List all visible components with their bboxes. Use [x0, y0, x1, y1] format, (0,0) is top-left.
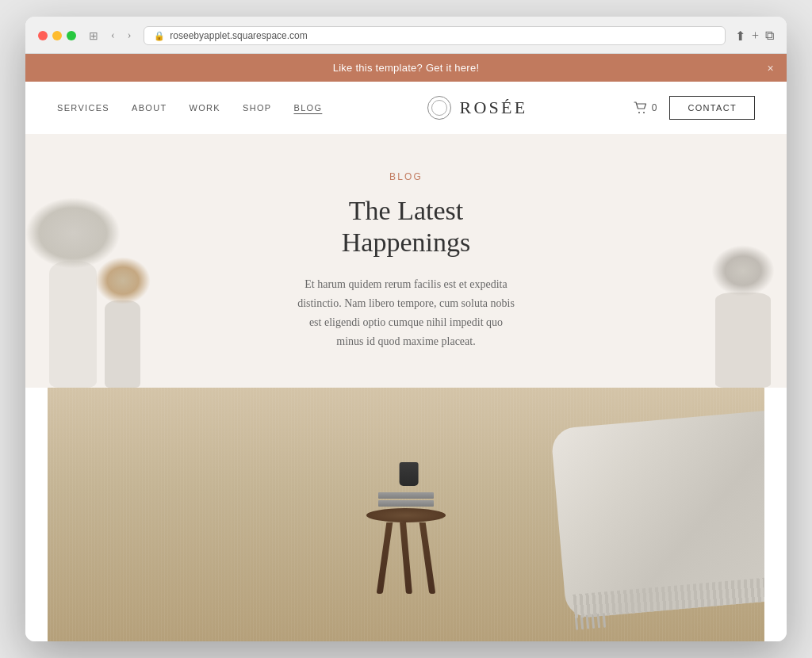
- fullscreen-button[interactable]: [67, 31, 76, 40]
- fringe-4: [592, 614, 596, 629]
- cozy-scene: [48, 388, 764, 641]
- cart-count: 0: [652, 102, 657, 113]
- hero-title: The Latest Happenings: [295, 195, 517, 260]
- hero-section: BLOG The Latest Happenings Et harum quid…: [25, 134, 787, 388]
- stool-leg-1: [377, 522, 393, 594]
- close-button[interactable]: [38, 31, 48, 40]
- fringe-6: [603, 614, 607, 628]
- cart-button[interactable]: 0: [634, 101, 657, 114]
- vase-medium: [105, 300, 140, 388]
- url-text: roseebyapplet.squarespace.com: [170, 30, 307, 41]
- lock-icon: 🔒: [154, 31, 165, 41]
- logo-icon: [427, 96, 451, 120]
- main-navigation: SERVICES ABOUT WORK SHOP BLOG ROSÉE 0: [25, 82, 787, 134]
- new-tab-icon[interactable]: +: [752, 29, 759, 44]
- stool-leg-3: [419, 522, 435, 594]
- nav-link-about[interactable]: ABOUT: [132, 103, 167, 113]
- share-icon[interactable]: ⬆: [735, 29, 745, 44]
- browser-controls: ⊞ ‹ ›: [86, 28, 134, 44]
- nav-right-actions: 0 CONTACT: [634, 96, 755, 120]
- cart-icon: [634, 101, 648, 114]
- nav-links: SERVICES ABOUT WORK SHOP BLOG: [57, 103, 322, 113]
- minimize-button[interactable]: [52, 31, 62, 40]
- blanket: [550, 410, 764, 618]
- stool-leg-2: [400, 522, 412, 594]
- announcement-close-button[interactable]: ×: [768, 62, 774, 75]
- nav-link-shop[interactable]: SHOP: [243, 103, 271, 113]
- fringe-2: [580, 615, 584, 629]
- fringe-3: [586, 614, 590, 629]
- stool-top: [366, 508, 446, 522]
- hero-text-content: BLOG The Latest Happenings Et harum quid…: [247, 140, 565, 383]
- browser-chrome: ⊞ ‹ › 🔒 roseebyapplet.squarespace.com ⬆ …: [25, 17, 787, 54]
- vase-tall: [49, 261, 97, 388]
- books: [378, 492, 434, 508]
- hero-right-decor: [628, 182, 787, 388]
- browser-actions: ⬆ + ⧉: [735, 29, 774, 44]
- browser-window: ⊞ ‹ › 🔒 roseebyapplet.squarespace.com ⬆ …: [25, 17, 787, 641]
- nav-link-work[interactable]: WORK: [190, 103, 221, 113]
- back-button[interactable]: ‹: [108, 28, 118, 44]
- nav-link-services[interactable]: SERVICES: [57, 103, 109, 113]
- address-bar[interactable]: 🔒 roseebyapplet.squarespace.com: [144, 26, 726, 45]
- svg-point-1: [643, 112, 645, 113]
- logo-text: ROSÉE: [459, 98, 527, 118]
- hero-description: Et harum quidem rerum facilis est et exp…: [295, 275, 517, 350]
- announcement-text: Like this template? Get it here!: [333, 62, 480, 74]
- blanket-fringe: [575, 614, 606, 630]
- page-content: Like this template? Get it here! × SERVI…: [25, 54, 787, 641]
- fringe-5: [597, 614, 601, 628]
- stool-legs: [366, 522, 446, 594]
- blog-label: BLOG: [295, 171, 517, 182]
- site-logo[interactable]: ROSÉE: [427, 96, 527, 120]
- book-1: [378, 492, 434, 499]
- tabs-icon[interactable]: ⧉: [765, 29, 774, 44]
- vase-right: [715, 293, 771, 388]
- svg-point-0: [638, 112, 640, 113]
- forward-button[interactable]: ›: [124, 28, 135, 44]
- hero-left-decor: [25, 166, 247, 388]
- fringe-1: [575, 616, 579, 630]
- cup: [400, 462, 419, 486]
- stool: [366, 508, 446, 594]
- blog-image-section: [48, 388, 764, 641]
- traffic-lights: [38, 31, 76, 40]
- nav-link-blog[interactable]: BLOG: [293, 103, 322, 113]
- sidebar-toggle-icon[interactable]: ⊞: [86, 28, 102, 44]
- contact-button[interactable]: CONTACT: [669, 96, 755, 120]
- announcement-bar: Like this template? Get it here! ×: [25, 54, 787, 82]
- book-2: [378, 500, 434, 507]
